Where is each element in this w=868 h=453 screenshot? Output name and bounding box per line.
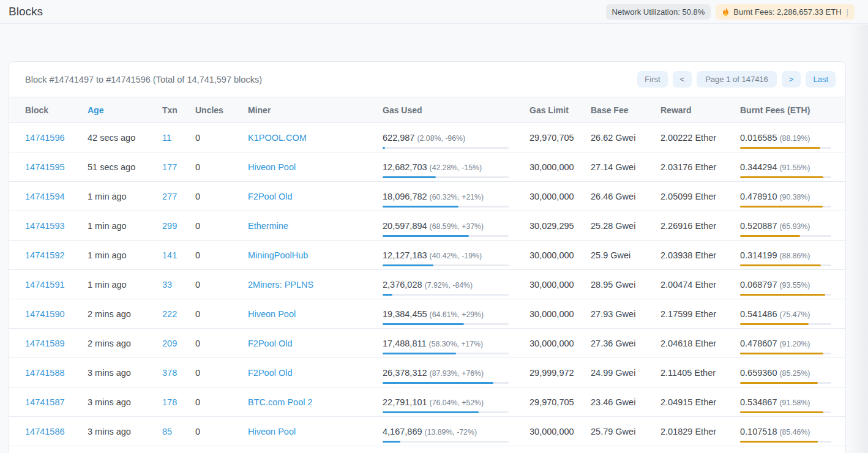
col-header-gas-used: Gas Used — [383, 105, 529, 115]
gas-used-bar — [383, 294, 509, 296]
burnt-fees-bar-fill — [740, 147, 820, 149]
gas-used-cell: 2,376,028 (7.92%, -84%) — [383, 270, 529, 299]
miner-link[interactable]: 2Miners: PPLNS — [248, 280, 383, 290]
burnt-fees-bar — [740, 323, 831, 325]
miner-link[interactable]: F2Pool Old — [248, 368, 383, 378]
block-age: 51 secs ago — [88, 162, 162, 172]
burnt-fees-bar-fill — [740, 441, 818, 443]
block-number-link[interactable]: 14741594 — [25, 192, 88, 201]
miner-link[interactable]: MiningPoolHub — [248, 250, 383, 260]
burnt-fees-badge[interactable]: Burnt Fees: 2,286,657.33 ETH | — [716, 4, 855, 20]
gas-used-bar — [383, 441, 509, 443]
gas-limit-value: 30,000,000 — [529, 280, 591, 290]
pagination-last-button[interactable]: Last — [806, 71, 836, 88]
burnt-fees-cell: 0.659360 (85.25%) — [740, 358, 836, 387]
txn-count-link[interactable]: 178 — [162, 397, 195, 407]
burnt-fees-value: 0.107518 — [740, 427, 777, 436]
burnt-fees-percentage: (88.19%) — [780, 134, 810, 143]
scroll-shade — [850, 24, 868, 453]
gas-used-bar — [383, 147, 509, 149]
miner-link[interactable]: Hiveon Pool — [248, 162, 383, 172]
pagination: First < Page 1 of 147416 > Last — [637, 71, 836, 88]
gas-used-value: 4,167,869 — [383, 427, 422, 436]
gas-used-bar-fill — [383, 411, 479, 413]
txn-count-link[interactable]: 222 — [162, 309, 195, 319]
pagination-page-info: Page 1 of 147416 — [697, 71, 777, 88]
gas-used-bar — [383, 176, 509, 178]
burnt-fees-cell: 0.541486 (75.47%) — [740, 299, 836, 328]
base-fee-value: 27.14 Gwei — [591, 162, 660, 172]
miner-link[interactable]: Ethermine — [248, 221, 383, 231]
txn-count-link[interactable]: 299 — [162, 221, 195, 231]
chevron-right-icon: > — [789, 75, 794, 84]
card-header: Block #14741497 to #14741596 (Total of 1… — [9, 62, 845, 97]
block-number-link[interactable]: 14741596 — [25, 133, 88, 143]
gas-used-bar — [383, 382, 509, 384]
txn-count-link[interactable]: 85 — [162, 427, 195, 436]
gas-used-cell: 26,378,312 (87.93%, +76%) — [383, 358, 529, 387]
gas-used-percentages: (68.59%, +37%) — [430, 222, 484, 231]
gas-used-percentages: (64.61%, +29%) — [430, 310, 484, 319]
base-fee-value: 28.95 Gwei — [591, 280, 660, 290]
miner-link[interactable]: F2Pool Old — [248, 192, 383, 201]
block-number-link[interactable]: 14741591 — [25, 280, 88, 290]
burnt-fees-cell: 0.314199 (88.86%) — [740, 241, 836, 269]
burnt-fees-bar — [740, 176, 831, 178]
block-age: 1 min ago — [88, 221, 162, 231]
gas-used-bar-fill — [383, 323, 464, 325]
block-number-link[interactable]: 14741586 — [25, 427, 88, 436]
burnt-fees-percentage: (88.86%) — [780, 252, 810, 260]
miner-link[interactable]: Hiveon Pool — [248, 427, 383, 436]
base-fee-value: 26.62 Gwei — [591, 133, 660, 143]
miner-link[interactable]: Hiveon Pool — [248, 309, 383, 319]
table-row: 14741596 42 secs ago 11 0 K1POOL.COM 622… — [9, 123, 845, 152]
block-number-link[interactable]: 14741588 — [25, 368, 88, 378]
gas-used-value: 17,488,811 — [383, 339, 427, 348]
gas-used-cell: 18,096,782 (60.32%, +21%) — [383, 182, 529, 211]
flame-icon — [722, 7, 730, 17]
block-age: 2 mins ago — [88, 309, 162, 319]
table-row: 14741594 1 min ago 277 0 F2Pool Old 18,0… — [9, 182, 845, 211]
block-number-link[interactable]: 14741587 — [25, 397, 88, 407]
block-number-link[interactable]: 14741590 — [25, 309, 88, 319]
col-header-age[interactable]: Age — [88, 105, 162, 115]
gas-used-value: 22,791,101 — [383, 397, 427, 407]
txn-count-link[interactable]: 177 — [162, 162, 195, 172]
pagination-prev-button[interactable]: < — [673, 71, 692, 88]
burnt-fees-percentage: (91.55%) — [780, 163, 810, 172]
pagination-next-button[interactable]: > — [782, 71, 801, 88]
header-badges: Network Utilization: 50.8% Burnt Fees: 2… — [606, 4, 855, 20]
txn-count-link[interactable]: 11 — [162, 133, 195, 143]
gas-used-value: 12,682,703 — [383, 162, 427, 172]
miner-link[interactable]: F2Pool Old — [248, 339, 383, 348]
block-number-link[interactable]: 14741589 — [25, 339, 88, 348]
burnt-fees-percentage: (65.93%) — [780, 222, 810, 231]
txn-count-link[interactable]: 141 — [162, 250, 195, 260]
txn-count-link[interactable]: 277 — [162, 192, 195, 201]
uncles-count: 0 — [195, 309, 248, 319]
gas-used-percentages: (40.42%, -19%) — [430, 252, 482, 260]
gas-used-percentages: (13.89%, -72%) — [425, 428, 477, 436]
txn-count-link[interactable]: 33 — [162, 280, 195, 290]
burnt-fees-value: 0.314199 — [740, 250, 777, 260]
burnt-fees-value: 0.478607 — [740, 339, 777, 348]
burnt-fees-bar — [740, 206, 831, 208]
pagination-first-button[interactable]: First — [637, 71, 667, 88]
burnt-fees-bar — [740, 441, 831, 443]
miner-link[interactable]: K1POOL.COM — [248, 133, 383, 143]
reward-value: 2.11405 Ether — [660, 368, 740, 378]
miner-link[interactable]: BTC.com Pool 2 — [248, 397, 383, 407]
txn-count-link[interactable]: 209 — [162, 339, 195, 348]
block-number-link[interactable]: 14741595 — [25, 162, 88, 172]
gas-used-cell: 4,167,869 (13.89%, -72%) — [383, 417, 529, 446]
gas-used-cell: 622,987 (2.08%, -96%) — [383, 123, 529, 152]
gas-used-bar-fill — [383, 353, 456, 354]
reward-value: 2.04618 Ether — [660, 339, 740, 348]
block-number-link[interactable]: 14741593 — [25, 221, 88, 231]
block-number-link[interactable]: 14741592 — [25, 250, 88, 260]
gas-used-bar-fill — [383, 294, 392, 296]
txn-count-link[interactable]: 378 — [162, 368, 195, 378]
burnt-fees-bar-fill — [740, 411, 823, 413]
burnt-fees-bar-fill — [740, 176, 823, 178]
burnt-fees-bar-fill — [740, 294, 825, 296]
